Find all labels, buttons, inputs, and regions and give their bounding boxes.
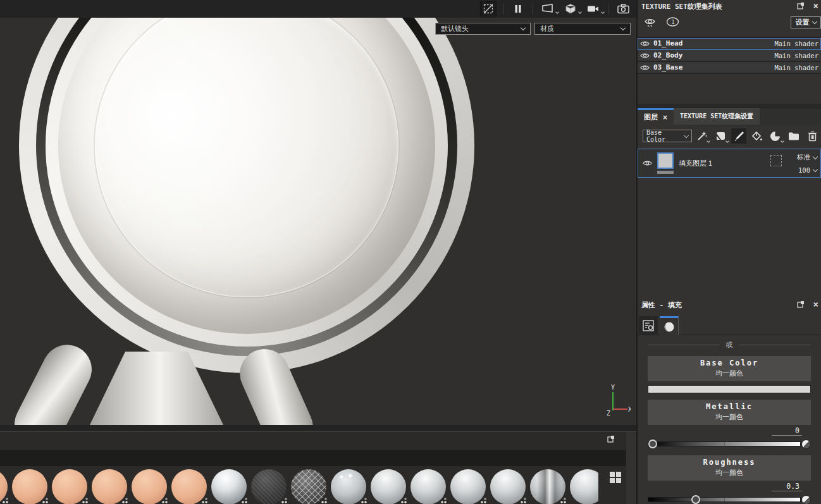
roughness-slider[interactable] xyxy=(648,495,811,504)
pause-button[interactable] xyxy=(510,1,526,16)
texture-set-settings-button[interactable]: 设置 xyxy=(791,16,821,28)
delete-layer-button[interactable] xyxy=(805,128,820,144)
material-sphere-galvanized[interactable] xyxy=(331,469,366,504)
channel-select[interactable]: Base Color xyxy=(643,130,692,142)
toggle-all-visibility-icon[interactable] xyxy=(644,17,656,28)
material-sphere-silver[interactable] xyxy=(371,469,406,504)
roughness-mode-label: 均一颜色 xyxy=(648,468,811,477)
add-fill-layer-button[interactable] xyxy=(713,128,728,144)
material-type-badge-icon xyxy=(321,498,327,503)
axis-z-label: Z xyxy=(607,410,610,417)
brush-icon xyxy=(734,131,744,142)
chevron-down-icon xyxy=(707,139,710,143)
metallic-value[interactable]: 0 xyxy=(772,426,802,436)
add-paint-layer-button[interactable] xyxy=(731,128,746,144)
close-panel-icon[interactable]: × xyxy=(813,1,818,10)
chevron-down-icon xyxy=(578,10,582,14)
texture-set-row-03-base[interactable]: 03_Base Main shader xyxy=(638,62,821,74)
cube-icon xyxy=(565,3,576,15)
fill-bucket-button[interactable] xyxy=(750,128,765,144)
float-panel-icon[interactable] xyxy=(607,435,615,443)
close-tab-icon[interactable]: × xyxy=(663,113,667,122)
shelf-display-grid-icon[interactable] xyxy=(609,471,622,484)
roughness-slider-knob[interactable] xyxy=(691,495,700,504)
metallic-slider[interactable] xyxy=(648,439,811,449)
material-sphere-silver[interactable] xyxy=(450,469,486,504)
tab-settings-label: TEXTURE SET纹理集设置 xyxy=(680,112,753,121)
close-panel-icon[interactable]: × xyxy=(813,300,818,309)
layer-row-fill-1[interactable]: 填充图层 1 标准 100 xyxy=(638,149,821,178)
materials-shelf-panel: × xyxy=(0,431,636,504)
layer-mask-placeholder-icon[interactable] xyxy=(770,155,782,166)
add-group-button[interactable] xyxy=(786,128,801,144)
stencil-off-icon xyxy=(483,3,494,15)
visibility-eye-icon[interactable] xyxy=(640,64,650,71)
material-sphere-carbon[interactable] xyxy=(251,469,287,504)
visibility-eye-icon[interactable] xyxy=(640,52,650,59)
roughness-section-header[interactable]: Roughness 均一颜色 xyxy=(648,455,811,481)
layer-opacity-select[interactable]: 100 xyxy=(798,166,817,174)
camera-select[interactable]: 默认镜头 xyxy=(435,23,531,35)
layer-visibility-eye-icon[interactable] xyxy=(643,159,652,167)
camera-mode-button[interactable] xyxy=(585,1,602,16)
layers-panel: 图层 × TEXTURE SET纹理集设置 Base Color xyxy=(638,108,821,178)
metallic-section-header[interactable]: Metallic 均一颜色 xyxy=(648,400,811,425)
shelf-right-gutter xyxy=(626,432,636,504)
stencil-off-button[interactable] xyxy=(480,1,497,16)
layer-name[interactable]: 填充图层 1 xyxy=(679,159,712,168)
display-mode-button[interactable] xyxy=(540,1,556,16)
folder-icon xyxy=(788,132,799,141)
shelf-materials-row xyxy=(0,467,598,504)
material-sphere-skin[interactable] xyxy=(92,469,127,504)
metallic-slider-knob[interactable] xyxy=(648,439,657,448)
shading-select[interactable]: 材质 xyxy=(534,23,631,35)
material-sphere-skin[interactable] xyxy=(171,469,207,504)
base-color-mode-label: 均一颜色 xyxy=(648,369,811,378)
toolbar-separator xyxy=(608,3,608,15)
blend-mode-value: 标准 xyxy=(797,153,810,162)
material-sphere-silver[interactable] xyxy=(490,469,526,504)
add-effect-button[interactable] xyxy=(694,128,710,144)
smart-material-button[interactable] xyxy=(768,128,783,144)
metallic-slider-track[interactable] xyxy=(648,441,801,446)
material-sphere-skin[interactable] xyxy=(12,469,47,504)
material-sphere-skin[interactable] xyxy=(132,469,167,504)
metallic-balance-icon[interactable] xyxy=(801,439,811,449)
panel-divider[interactable] xyxy=(638,104,821,108)
3d-viewport[interactable]: 默认镜头 材质 Y Z X xyxy=(0,18,636,425)
texture-set-list-titlebar: TEXTURE SET纹理集列表 × xyxy=(638,0,821,13)
texture-set-shader[interactable]: Main shader xyxy=(774,40,818,47)
tab-properties-settings[interactable] xyxy=(639,316,658,335)
roughness-value[interactable]: 0.3 xyxy=(772,482,802,491)
material-sphere-silver[interactable] xyxy=(570,469,598,504)
material-sphere-pearl[interactable] xyxy=(211,469,247,504)
layer-thumbnail[interactable] xyxy=(657,152,674,169)
shelf-filter-strip[interactable] xyxy=(0,450,626,466)
texture-set-shader[interactable]: Main shader xyxy=(774,64,818,71)
trash-icon xyxy=(808,131,817,142)
texture-set-shader[interactable]: Main shader xyxy=(774,52,818,59)
float-panel-icon[interactable] xyxy=(797,2,805,9)
material-sphere-skin[interactable] xyxy=(0,469,8,504)
pause-icon xyxy=(514,4,522,13)
float-panel-icon[interactable] xyxy=(797,300,805,308)
material-sphere-chrome[interactable] xyxy=(530,469,565,504)
chevron-down-icon xyxy=(812,19,817,24)
screenshot-button[interactable] xyxy=(615,1,631,16)
material-sphere-silver[interactable] xyxy=(410,469,446,504)
texture-set-row-01-head[interactable]: 01_Head Main shader xyxy=(638,38,821,50)
tab-texture-set-settings[interactable]: TEXTURE SET纹理集设置 xyxy=(674,108,760,125)
material-sphere-skin[interactable] xyxy=(52,469,87,504)
roughness-slider-track[interactable] xyxy=(648,497,801,502)
tab-layers[interactable]: 图层 × xyxy=(638,108,674,125)
base-color-section-header[interactable]: Base Color 均一颜色 xyxy=(648,356,811,381)
material-sphere-diamond[interactable] xyxy=(291,469,326,504)
texture-set-row-02-body[interactable]: 02_Body Main shader xyxy=(638,50,821,62)
layer-blend-mode-select[interactable]: 标准 xyxy=(797,153,817,162)
roughness-balance-icon[interactable] xyxy=(801,495,811,504)
tab-properties-material[interactable] xyxy=(660,316,679,335)
base-color-swatch[interactable] xyxy=(648,385,811,393)
geometry-mode-button[interactable] xyxy=(562,1,579,16)
visibility-eye-icon[interactable] xyxy=(640,40,650,47)
solo-visibility-icon[interactable]: 1 xyxy=(666,17,679,27)
